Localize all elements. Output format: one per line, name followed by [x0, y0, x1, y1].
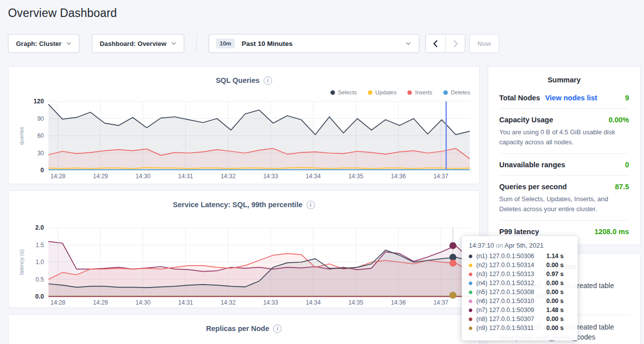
node-color-dot [469, 327, 472, 330]
y-tick-label: 0.0 [35, 293, 44, 300]
sql-queries-title: SQL Queries [216, 76, 260, 84]
node-address: (n7) 127.0.0.1:50309 [476, 307, 534, 314]
y-tick-label: 120 [33, 98, 44, 105]
summary-row-unavailable-ranges: Unavailable ranges 0 [499, 154, 629, 176]
x-tick-label: 14:37 [433, 173, 448, 180]
x-tick-label: 14:36 [391, 173, 406, 180]
node-latency-value: 1.14 s [546, 253, 571, 260]
x-tick-label: 14:28 [50, 173, 65, 180]
view-nodes-list-link[interactable]: View nodes list [545, 94, 598, 102]
node-color-dot [469, 291, 472, 294]
x-tick-label: 14:35 [348, 299, 363, 306]
legend-label: Deletes [451, 89, 470, 95]
dashboard-controls: Graph: Cluster Dashboard: Overview 10m P… [8, 34, 499, 53]
node-color-dot [469, 300, 472, 303]
x-tick-label: 14:30 [135, 173, 150, 180]
tooltip-node-rows: (n1) 127.0.0.1:503061.14 s(n2) 127.0.0.1… [469, 252, 571, 333]
node-latency-value: 0.00 s [546, 316, 571, 323]
x-tick-label: 14:31 [178, 173, 193, 180]
qps-label: Queries per second [499, 183, 567, 191]
node-address: (n9) 127.0.0.1:50311 [476, 325, 534, 332]
dashboard-dropdown[interactable]: Dashboard: Overview [92, 34, 184, 53]
legend-item-updates[interactable]: Updates [368, 89, 397, 95]
service-latency-chart[interactable]: 14:2814:2914:3014:3114:3214:3314:3414:35… [16, 224, 472, 308]
time-range-picker[interactable]: 10m Past 10 Minutes [209, 34, 419, 53]
node-address: (n4) 127.0.0.1:50312 [476, 280, 534, 287]
now-button[interactable]: Now [469, 34, 499, 53]
chevron-down-icon [406, 42, 411, 45]
service-latency-title: Service Latency: SQL, 99th percentile [173, 201, 303, 209]
info-icon[interactable]: i [273, 325, 282, 333]
hover-dot [449, 260, 456, 267]
legend-label: Updates [375, 89, 397, 95]
x-tick-label: 14:32 [221, 299, 236, 306]
latency-hover-tooltip: 14:37:10 on Apr 5th, 2021 (n1) 127.0.0.1… [462, 236, 578, 341]
total-nodes-label: Total Nodes [499, 94, 540, 102]
x-tick-label: 14:29 [93, 299, 108, 306]
legend-dot [368, 90, 372, 95]
x-tick-label: 14:37 [433, 299, 448, 306]
x-tick-label: 14:36 [391, 299, 406, 306]
legend-item-selects[interactable]: Selects [330, 89, 357, 95]
x-tick-label: 14:33 [263, 299, 278, 306]
y-axis-title: latency (s) [18, 250, 24, 275]
tooltip-node-row: (n3) 127.0.0.1:503130.97 s [469, 270, 571, 279]
node-latency-value: 0.00 s [546, 280, 571, 287]
x-tick-label: 14:35 [348, 173, 363, 180]
node-address: (n3) 127.0.0.1:50313 [476, 271, 534, 278]
x-tick-label: 14:32 [221, 173, 236, 180]
qps-description: Sum of Selects, Updates, Inserts, and De… [499, 194, 629, 214]
p99-latency-value: 1208.0 ms [595, 228, 629, 236]
tooltip-node-row: (n8) 127.0.0.1:503070.00 s [469, 315, 571, 324]
node-color-dot [469, 255, 472, 258]
y-tick-label: 2.0 [35, 224, 44, 231]
y-tick-label: 0 [40, 167, 44, 174]
time-forward-button[interactable] [445, 34, 465, 52]
info-icon[interactable]: i [307, 201, 315, 209]
graph-scope-label: Graph: Cluster [16, 40, 61, 47]
tooltip-node-row: (n1) 127.0.0.1:503061.14 s [469, 252, 571, 261]
sql-queries-legend: SelectsUpdatesInsertsDeletes [16, 88, 470, 96]
node-color-dot [469, 318, 472, 321]
node-latency-value: 1.48 s [546, 307, 571, 314]
summary-panel: Summary Total Nodes View nodes list 9 Ca… [488, 66, 641, 245]
chevron-right-icon [453, 40, 458, 47]
replicas-per-node-panel: Replicas per Node i [8, 314, 480, 344]
chevron-down-icon [171, 42, 176, 45]
legend-label: Selects [338, 89, 357, 95]
capacity-usage-value: 0.00% [609, 116, 629, 124]
tooltip-node-row: (n7) 127.0.0.1:503091.48 s [469, 306, 571, 315]
node-address: (n1) 127.0.0.1:50306 [476, 253, 534, 260]
time-back-button[interactable] [426, 34, 445, 52]
p99-latency-label: P99 latency [499, 228, 539, 236]
graph-scope-dropdown[interactable]: Graph: Cluster [8, 34, 79, 53]
x-tick-label: 14:34 [306, 173, 321, 180]
x-tick-label: 14:31 [178, 299, 193, 306]
y-tick-label: 90 [37, 115, 44, 122]
legend-dot [407, 90, 412, 95]
node-latency-value: 0.00 s [546, 298, 571, 305]
replicas-per-node-title: Replicas per Node [206, 325, 270, 333]
tooltip-timestamp: 14:37:10 on Apr 5th, 2021 [469, 242, 571, 249]
info-icon[interactable]: i [264, 76, 272, 85]
hover-dot [449, 242, 456, 249]
x-tick-label: 14:29 [93, 173, 108, 180]
y-tick-label: 30 [37, 150, 44, 157]
dashboard-dropdown-label: Dashboard: Overview [100, 40, 167, 47]
unavailable-ranges-value: 0 [625, 161, 629, 169]
x-tick-label: 14:30 [135, 299, 150, 306]
controls-divider [196, 34, 197, 53]
chevron-down-icon [66, 42, 71, 45]
unavailable-ranges-label: Unavailable ranges [499, 161, 565, 169]
legend-item-inserts[interactable]: Inserts [407, 89, 432, 95]
node-address: (n8) 127.0.0.1:50307 [476, 316, 534, 323]
page-title: Overview Dashboard [8, 6, 117, 20]
service-latency-panel: Service Latency: SQL, 99th percentile i … [8, 190, 480, 308]
chevron-left-icon [433, 40, 438, 47]
sql-queries-chart[interactable]: 14:2814:2914:3014:3114:3214:3314:3414:35… [16, 97, 472, 181]
total-nodes-value: 9 [625, 94, 629, 102]
legend-item-deletes[interactable]: Deletes [443, 89, 470, 95]
y-tick-label: 1.5 [35, 242, 44, 249]
legend-dot [443, 90, 448, 95]
sql-queries-panel: SQL Queries i SelectsUpdatesInsertsDelet… [8, 66, 480, 184]
